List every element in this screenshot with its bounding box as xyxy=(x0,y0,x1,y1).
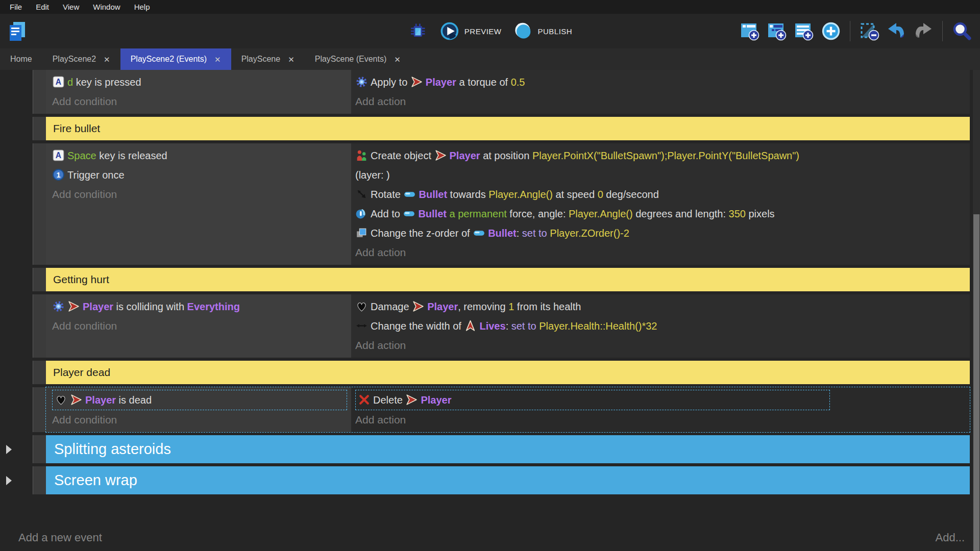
trigger-once-icon: 1 xyxy=(52,168,65,181)
search-icon[interactable] xyxy=(950,20,973,42)
events-scrollbar[interactable] xyxy=(973,70,980,551)
action-instruction[interactable]: Rotate Bullet towards Player.Angle() at … xyxy=(355,185,830,204)
event-gutter[interactable] xyxy=(33,361,46,384)
action-instruction[interactable]: Change the z-order of Bullet: set to Pla… xyxy=(355,223,830,243)
add-condition-button[interactable]: Add condition xyxy=(52,92,347,111)
tab-home[interactable]: Home xyxy=(0,48,42,70)
tab-close-icon[interactable]: ✕ xyxy=(288,56,295,63)
group-bar[interactable]: Screen wrap xyxy=(46,466,970,494)
redo-icon[interactable] xyxy=(912,20,935,42)
event-gutter[interactable] xyxy=(33,117,46,140)
add-new-event-button[interactable]: Add a new event xyxy=(18,531,102,544)
preview-button[interactable]: PREVIEW xyxy=(439,21,502,41)
toolbar-separator xyxy=(850,21,850,41)
condition-instruction[interactable]: Ad key is pressed xyxy=(52,72,347,92)
tab-playscene2[interactable]: PlayScene2 ✕ xyxy=(42,48,120,70)
undo-icon[interactable] xyxy=(885,20,908,42)
menu-item-help[interactable]: Help xyxy=(134,3,150,11)
bullet-object-icon xyxy=(473,227,485,239)
heart-icon xyxy=(355,300,368,313)
event-gutter[interactable] xyxy=(33,435,46,463)
comment-bar[interactable]: Fire bullet xyxy=(46,117,970,140)
condition-instruction[interactable]: Player is dead xyxy=(52,390,347,410)
scrollbar-thumb[interactable] xyxy=(973,214,979,551)
debug-icon[interactable] xyxy=(408,21,428,41)
preview-play-icon xyxy=(439,21,460,41)
tab-label: PlayScene2 xyxy=(53,55,96,64)
group-expander-icon[interactable] xyxy=(6,476,12,485)
tab-playscene2-events[interactable]: PlayScene2 (Events) ✕ xyxy=(120,48,231,70)
keyboard-key-icon: A xyxy=(52,149,65,162)
add-event-icon[interactable] xyxy=(739,20,761,42)
delete-icon xyxy=(358,393,371,406)
add-condition-button[interactable]: Add condition xyxy=(52,316,347,336)
add-action-button[interactable]: Add action xyxy=(355,336,966,355)
add-comment-icon[interactable] xyxy=(793,20,815,42)
width-icon xyxy=(355,319,368,332)
event-gutter[interactable] xyxy=(33,294,46,358)
add-condition-button[interactable]: Add condition xyxy=(52,410,347,430)
events-rows: Ad key is pressed Add condition Apply to… xyxy=(33,70,970,497)
tab-playscene[interactable]: PlayScene ✕ xyxy=(231,48,305,70)
action-instruction[interactable]: Damage Player, removing 1 from its healt… xyxy=(355,297,830,316)
event-row[interactable]: Ad key is pressed Add condition Apply to… xyxy=(33,70,970,114)
svg-text:A: A xyxy=(56,78,61,86)
add-circle-icon[interactable] xyxy=(820,20,842,42)
event-gutter[interactable] xyxy=(33,466,46,494)
toolbar: PREVIEW PUBLISH xyxy=(0,14,980,48)
menu-item-view[interactable]: View xyxy=(63,3,79,11)
physics-gear-icon xyxy=(52,300,65,313)
group-row: Splitting asteroids xyxy=(33,435,970,463)
add-action-button[interactable]: Add action xyxy=(355,92,966,111)
delete-selection-icon[interactable] xyxy=(858,20,880,42)
comment-row: Getting hurt xyxy=(33,268,970,291)
menu-item-edit[interactable]: Edit xyxy=(36,3,49,11)
comment-bar[interactable]: Getting hurt xyxy=(46,268,970,291)
action-instruction[interactable]: Create object Player at position Player.… xyxy=(355,146,830,185)
bullet-object-icon xyxy=(403,207,415,220)
menu-item-window[interactable]: Window xyxy=(93,3,120,11)
conditions-cell: Player is colliding with Everything Add … xyxy=(46,294,351,358)
events-sheet-footer: Add a new event Add... xyxy=(0,528,980,551)
menu-bar: FileEditViewWindowHelp xyxy=(0,0,980,14)
event-gutter[interactable] xyxy=(33,387,46,432)
tab-label: PlayScene (Events) xyxy=(315,55,387,64)
tab-playscene-events[interactable]: PlayScene (Events) ✕ xyxy=(305,48,411,70)
group-bar[interactable]: Splitting asteroids xyxy=(46,435,970,463)
event-gutter[interactable] xyxy=(33,143,46,265)
group-row: Screen wrap xyxy=(33,466,970,494)
tab-close-icon[interactable]: ✕ xyxy=(394,56,401,63)
comment-bar[interactable]: Player dead xyxy=(46,361,970,384)
app-logo-icon[interactable] xyxy=(6,20,29,42)
player-object-icon xyxy=(434,149,447,162)
add-subevent-icon[interactable] xyxy=(766,20,788,42)
comment-row: Fire bullet xyxy=(33,117,970,140)
event-row[interactable]: Player is dead Add condition Delete Play… xyxy=(33,387,970,432)
player-object-icon xyxy=(412,300,425,313)
event-row[interactable]: Player is colliding with Everything Add … xyxy=(33,294,970,358)
action-instruction[interactable]: Delete Player xyxy=(355,390,830,410)
event-row[interactable]: ASpace key is released1Trigger once Add … xyxy=(33,143,970,265)
condition-instruction[interactable]: 1Trigger once xyxy=(52,165,347,185)
add-action-button[interactable]: Add action xyxy=(355,243,966,262)
publish-button[interactable]: PUBLISH xyxy=(512,21,572,41)
events-sheet: Ad key is pressed Add condition Apply to… xyxy=(0,70,980,551)
add-more-button[interactable]: Add... xyxy=(936,531,965,544)
tab-label: PlayScene2 (Events) xyxy=(131,55,207,64)
action-instruction[interactable]: Apply to Player a torque of 0.5 xyxy=(355,72,830,92)
lives-object-icon xyxy=(464,319,477,332)
condition-instruction[interactable]: Player is colliding with Everything xyxy=(52,297,347,316)
event-gutter[interactable] xyxy=(33,70,46,114)
condition-instruction[interactable]: ASpace key is released xyxy=(52,146,347,165)
tab-close-icon[interactable]: ✕ xyxy=(214,56,221,63)
bullet-object-icon xyxy=(403,188,416,201)
player-object-icon xyxy=(67,300,80,313)
action-instruction[interactable]: Add to Bullet a permanent force, angle: … xyxy=(355,204,830,223)
action-instruction[interactable]: Change the width of Lives: set to Player… xyxy=(355,316,830,336)
tab-close-icon[interactable]: ✕ xyxy=(104,56,110,63)
menu-item-file[interactable]: File xyxy=(10,3,22,11)
add-action-button[interactable]: Add action xyxy=(355,410,966,430)
group-expander-icon[interactable] xyxy=(6,445,12,454)
event-gutter[interactable] xyxy=(33,268,46,291)
add-condition-button[interactable]: Add condition xyxy=(52,185,347,204)
